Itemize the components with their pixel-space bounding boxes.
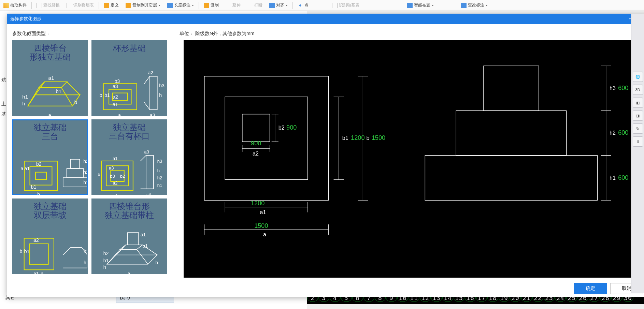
svg-text:a: a — [41, 271, 44, 276]
separator — [327, 2, 327, 9]
find-icon — [37, 3, 42, 8]
thumbnail-sketch: bb1 a2a1a h2h1 — [13, 220, 87, 274]
tb-break[interactable]: 打断 — [244, 0, 266, 11]
svg-text:a2: a2 — [33, 237, 39, 243]
svg-text:a3: a3 — [109, 165, 114, 171]
svg-rect-81 — [204, 76, 329, 200]
svg-text:a: a — [118, 113, 121, 118]
svg-text:a1: a1 — [113, 156, 118, 161]
svg-text:h1: h1 — [157, 183, 162, 188]
thumbnail-sketch: a2h3h a3 bb1 a3a2a1 b3a — [92, 61, 167, 115]
tb-recognize-foundation[interactable]: 识别独基表 — [329, 0, 363, 11]
rotate-icon[interactable]: ↻ — [633, 123, 643, 134]
svg-text:a: a — [48, 112, 52, 118]
recognize-icon — [332, 3, 338, 8]
thumbnail-title: 四棱锥台形 独立基础带柱 — [92, 199, 167, 223]
break-icon — [247, 3, 253, 8]
chevron-down-icon — [158, 5, 160, 6]
dim-a1-value: 1200 — [251, 200, 264, 207]
svg-rect-83 — [242, 114, 270, 142]
cube-front-icon[interactable]: ◧ — [633, 98, 643, 108]
tb-label: 识别独基表 — [339, 2, 359, 8]
svg-text:b3: b3 — [110, 174, 115, 179]
thumbnail-item[interactable]: 独立基础 三台 aa1 b2b1b h3h2h1 — [12, 119, 88, 195]
svg-text:a3: a3 — [150, 113, 155, 118]
svg-marker-67 — [107, 255, 157, 264]
dim-b-label: b — [367, 135, 370, 141]
tb-label: 复制到其它层 — [132, 2, 157, 8]
thumbnail-sketch: a1b1 h1h ba — [13, 61, 87, 115]
thumbnail-item[interactable]: 独立基础 双层带坡 bb1 a2a1a h2h1 — [12, 198, 88, 274]
define-icon — [104, 3, 109, 8]
svg-text:b1: b1 — [104, 92, 110, 98]
svg-rect-103 — [456, 111, 566, 156]
chevron-down-icon — [432, 5, 434, 6]
svg-text:b1: b1 — [56, 88, 61, 94]
dim-a-value: 1500 — [254, 222, 268, 229]
globe-icon[interactable]: 🌐 — [633, 72, 643, 82]
thumbnail-title: 独立基础 双层带坡 — [13, 199, 87, 223]
svg-text:a1: a1 — [33, 271, 39, 276]
point-icon — [298, 3, 303, 8]
dimension-icon — [167, 3, 173, 8]
keypad-icon[interactable]: ⠿ — [633, 136, 643, 147]
dim-h2-value: 600 — [618, 129, 628, 136]
thumbnail-item[interactable]: 四棱锥台 形独立基础 a1b1 h1h ba — [12, 40, 88, 116]
tb-point[interactable]: 点 — [294, 0, 312, 11]
preview-canvas[interactable]: 900 a2 b2 900 12 — [184, 40, 644, 278]
table-icon — [67, 3, 72, 8]
svg-line-5 — [35, 82, 44, 95]
thumbnail-item[interactable]: 独立基础 三台有杯口 a3b a1a3b3a2 b2aa4 h3hh2h1 — [91, 119, 167, 195]
tb-find[interactable]: 查找替换 — [33, 0, 63, 11]
tb-label: 对齐 — [276, 2, 284, 8]
dialog-title-bar[interactable]: 选择参数化图形 ▭ ✕ — [7, 14, 644, 24]
svg-text:h2: h2 — [103, 251, 109, 256]
svg-line-4 — [67, 82, 80, 95]
tb-check-dim[interactable]: 查改标注 — [458, 0, 491, 11]
svg-text:h: h — [22, 101, 25, 106]
tb-copy-layer[interactable]: 复制到其它层 — [122, 0, 164, 11]
svg-text:a2: a2 — [113, 94, 118, 100]
smart-layout-icon — [407, 3, 413, 8]
svg-text:a: a — [114, 192, 117, 197]
tb-smart-layout[interactable]: 智能布置 — [404, 0, 437, 11]
svg-line-3 — [61, 87, 73, 106]
thumbnail-item[interactable]: 杯形基础 a2h3h a3 bb1 a3a2a1 b3a — [91, 40, 167, 116]
tb-copy[interactable]: 复制 — [200, 0, 222, 11]
svg-line-69 — [107, 249, 120, 264]
svg-text:a: a — [128, 271, 130, 276]
svg-rect-13 — [109, 89, 131, 104]
svg-text:b2: b2 — [36, 161, 42, 167]
copy-layer-icon — [126, 3, 131, 8]
tb-align[interactable]: 对齐 — [266, 0, 291, 11]
tb-label: 智能布置 — [414, 2, 430, 8]
svg-text:a4: a4 — [146, 192, 151, 197]
pick-icon — [3, 3, 9, 8]
svg-text:h: h — [157, 168, 160, 173]
svg-text:b1: b1 — [142, 243, 148, 249]
view-3d-icon[interactable]: 3D — [633, 85, 643, 95]
svg-text:h1: h1 — [84, 260, 87, 265]
svg-rect-31 — [67, 168, 84, 178]
svg-text:h1: h1 — [103, 258, 109, 263]
tb-recognize-floor[interactable]: 识别楼层表 — [63, 0, 97, 11]
dim-a-label: a — [263, 231, 266, 237]
tb-pick[interactable]: 拾取构件 — [0, 0, 30, 11]
tb-label: 延伸 — [232, 2, 241, 8]
unit-label: 单位： 除级数N外，其他参数为mm — [180, 31, 643, 37]
thumbnail-title: 独立基础 三台有杯口 — [92, 120, 167, 144]
ok-button[interactable]: 确定 — [574, 283, 607, 294]
tb-extend[interactable]: 延伸 — [222, 0, 244, 11]
thumbnail-item[interactable]: 四棱锥台形 独立基础带柱 a1b1 h2h1h ba — [91, 198, 167, 274]
cube-back-icon[interactable]: ◨ — [633, 111, 643, 121]
svg-text:h: h — [159, 92, 162, 98]
tb-define[interactable]: 定义 — [100, 0, 122, 11]
thumbnails-panel[interactable]: 四棱锥台 形独立基础 a1b1 h1h ba 杯形基础 a2h3h a3 bb1… — [12, 40, 180, 278]
svg-text:a1: a1 — [113, 102, 118, 107]
svg-rect-29 — [35, 172, 46, 180]
tb-dimension[interactable]: 长度标注 — [164, 0, 197, 11]
svg-text:b: b — [155, 260, 158, 265]
tb-line[interactable] — [312, 0, 326, 11]
svg-rect-73 — [128, 233, 139, 245]
dim-b-value: 1500 — [372, 134, 385, 141]
